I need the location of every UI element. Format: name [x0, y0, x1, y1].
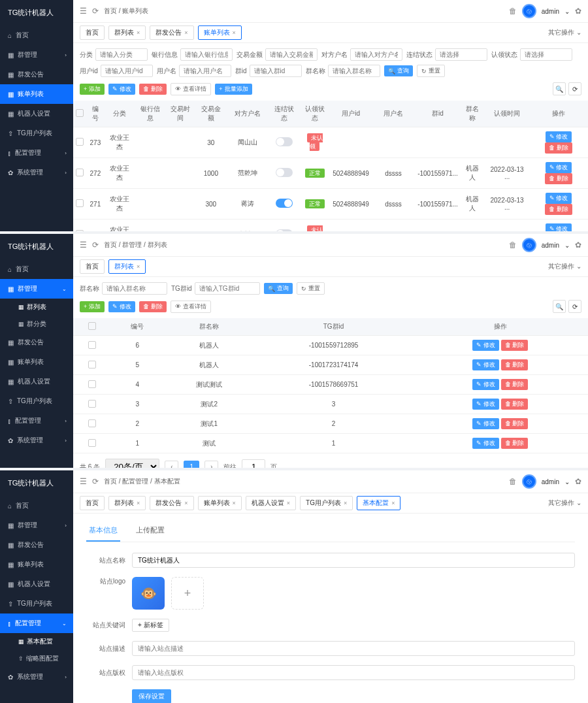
prev-page-button[interactable]: ‹	[165, 461, 178, 468]
row-checkbox[interactable]	[76, 138, 84, 146]
other-ops-dropdown[interactable]: 其它操作 ⌄	[548, 28, 581, 37]
trash-icon[interactable]: 🗑	[509, 477, 517, 486]
row-delete-button[interactable]: 🗑 删除	[501, 359, 529, 370]
row-checkbox[interactable]	[88, 439, 96, 447]
row-delete-button[interactable]: 🗑 删除	[501, 379, 529, 390]
nav-bill-list[interactable]: ▦账单列表	[0, 84, 73, 104]
close-icon[interactable]: ×	[184, 29, 188, 36]
search-button[interactable]: 🔍 查询	[384, 65, 413, 76]
row-edit-button[interactable]: ✎ 修改	[546, 162, 572, 173]
groupname-input[interactable]	[328, 65, 380, 77]
conn-status-select[interactable]	[435, 48, 487, 61]
reset-button[interactable]: ↻ 重置	[417, 65, 445, 77]
row-edit-button[interactable]: ✎ 修改	[472, 399, 499, 410]
tab-tg-users[interactable]: TG用户列表×	[300, 496, 353, 510]
refresh-icon[interactable]: ⟳	[92, 240, 99, 250]
conn-toggle[interactable]	[276, 199, 293, 208]
row-edit-button[interactable]: ✎ 修改	[472, 379, 499, 390]
reset-button[interactable]: ↻ 重置	[297, 282, 325, 295]
nav-home[interactable]: ⌂首页	[0, 25, 73, 45]
delete-button[interactable]: 🗑 删除	[139, 84, 167, 95]
nav-group-category[interactable]: ▦群分类	[0, 316, 73, 333]
nav-group-mgmt[interactable]: ▦群管理›	[0, 515, 73, 535]
delete-button[interactable]: 🗑 删除	[139, 301, 167, 312]
nav-broadcast[interactable]: ▦群发公告	[0, 535, 73, 555]
bulk-add-button[interactable]: + 批量添加	[215, 84, 252, 95]
tg-groupid-input[interactable]	[195, 282, 260, 295]
search-icon[interactable]: 🔍	[553, 300, 566, 313]
search-icon[interactable]: 🔍	[553, 82, 566, 95]
next-page-button[interactable]: ›	[204, 461, 218, 468]
groupname-input[interactable]	[102, 282, 167, 295]
copyright-input[interactable]	[132, 665, 575, 680]
username-label[interactable]: admin	[542, 242, 559, 249]
select-all-checkbox[interactable]	[88, 322, 96, 330]
logo-upload-button[interactable]: +	[171, 577, 204, 610]
close-icon[interactable]: ×	[184, 500, 188, 506]
conn-toggle[interactable]	[276, 137, 293, 146]
row-checkbox[interactable]	[88, 419, 96, 427]
row-checkbox[interactable]	[76, 199, 84, 207]
nav-tg-users[interactable]: ⇧TG用户列表	[0, 391, 73, 411]
row-delete-button[interactable]: 🗑 删除	[501, 438, 529, 449]
close-icon[interactable]: ×	[137, 29, 140, 36]
row-checkbox[interactable]	[88, 361, 96, 368]
nav-basic-config[interactable]: ▦基本配置	[0, 633, 73, 650]
nav-home[interactable]: ⌂首页	[0, 259, 73, 279]
close-icon[interactable]: ×	[287, 500, 290, 506]
username-input[interactable]	[179, 65, 231, 77]
tab-home[interactable]: 首页	[80, 25, 105, 40]
other-ops-dropdown[interactable]: 其它操作 ⌄	[548, 262, 581, 271]
detail-button[interactable]: 👁 查看详情	[171, 301, 211, 313]
opponent-input[interactable]	[350, 48, 402, 61]
tab-broadcast[interactable]: 群发公告×	[150, 496, 193, 510]
nav-broadcast[interactable]: ▦群发公告	[0, 65, 73, 84]
groupid-input[interactable]	[250, 65, 302, 77]
row-edit-button[interactable]: ✎ 修改	[546, 223, 572, 231]
username-label[interactable]: admin	[542, 478, 559, 485]
edit-button[interactable]: ✎ 修改	[108, 301, 135, 312]
close-icon[interactable]: ×	[137, 263, 140, 270]
refresh-icon[interactable]: ⟳	[568, 82, 581, 95]
row-edit-button[interactable]: ✎ 修改	[546, 131, 572, 142]
search-button[interactable]: 🔍 查询	[264, 283, 293, 294]
bank-input[interactable]	[180, 48, 233, 61]
goto-page-input[interactable]	[242, 459, 265, 468]
per-page-select[interactable]: 20条/页	[105, 459, 159, 468]
close-icon[interactable]: ×	[391, 500, 395, 506]
tab-basic-config[interactable]: 基本配置×	[357, 496, 400, 510]
new-tag-button[interactable]: + 新标签	[132, 619, 169, 632]
tab-home[interactable]: 首页	[80, 496, 105, 510]
nav-group-mgmt[interactable]: ▦群管理⌄	[0, 279, 73, 299]
row-checkbox[interactable]	[76, 169, 84, 176]
row-checkbox[interactable]	[88, 400, 96, 408]
edit-button[interactable]: ✎ 修改	[108, 84, 135, 95]
refresh-icon[interactable]: ⟳	[92, 7, 99, 16]
detail-button[interactable]: 👁 查看详情	[171, 83, 211, 95]
desc-input[interactable]	[132, 641, 575, 656]
close-icon[interactable]: ×	[344, 500, 347, 506]
close-icon[interactable]: ×	[233, 29, 236, 36]
nav-sys-mgmt[interactable]: ✿系统管理›	[0, 431, 73, 450]
other-ops-dropdown[interactable]: 其它操作 ⌄	[548, 499, 581, 508]
row-delete-button[interactable]: 🗑 删除	[545, 173, 572, 184]
close-icon[interactable]: ×	[137, 500, 140, 506]
row-edit-button[interactable]: ✎ 修改	[472, 359, 499, 370]
nav-sys-mgmt[interactable]: ✿系统管理›	[0, 667, 73, 687]
nav-group-mgmt[interactable]: ▦群管理›	[0, 45, 73, 65]
avatar[interactable]: ㋡	[522, 4, 536, 18]
nav-config[interactable]: ⫿配置管理›	[0, 411, 73, 431]
conn-toggle[interactable]	[276, 229, 293, 231]
refresh-icon[interactable]: ⟳	[568, 300, 581, 313]
tab-group-list[interactable]: 群列表×	[108, 25, 146, 40]
row-checkbox[interactable]	[88, 341, 96, 349]
add-button[interactable]: + 添加	[80, 84, 105, 95]
nav-sys-mgmt[interactable]: ✿系统管理›	[0, 163, 73, 182]
category-input[interactable]	[95, 48, 148, 61]
tab-bill-list[interactable]: 账单列表×	[198, 496, 242, 510]
nav-bill-list[interactable]: ▦账单列表	[0, 555, 73, 574]
tab-bot-settings[interactable]: 机器人设置×	[246, 496, 296, 510]
save-button[interactable]: 保存设置	[132, 689, 171, 703]
nav-config[interactable]: ⫿配置管理›	[0, 143, 73, 163]
nav-config[interactable]: ⫿配置管理⌄	[0, 613, 73, 633]
